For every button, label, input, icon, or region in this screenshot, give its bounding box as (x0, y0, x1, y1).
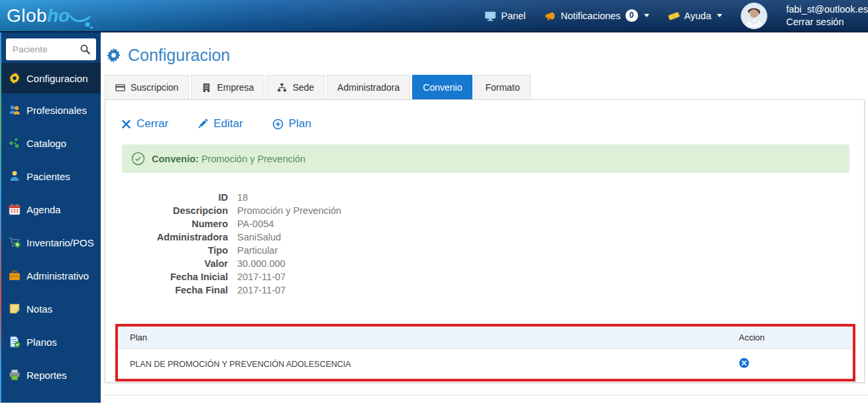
plan-cell: PLAN DE PROMOCIÓN Y PREVENCIÓN ADOLESCEN… (130, 360, 739, 369)
detail-label: Administradora (105, 230, 228, 244)
check-circle-icon (131, 152, 145, 166)
page-title: Configuracion (106, 46, 868, 65)
alert-text: Convenio: Promoción y Prevención (152, 154, 305, 164)
detail-row-fecha-inicial: Fecha Inicial 2017-11-07 (105, 270, 864, 283)
detail-row-id: ID 18 (105, 191, 864, 204)
patient-search-input[interactable] (6, 44, 74, 54)
detail-row-administradora: Administradora SaniSalud (105, 230, 864, 244)
help-label: Ayuda (684, 11, 712, 21)
briefcase-icon (9, 270, 21, 281)
detail-value: 30.000.000 (237, 257, 286, 270)
alert-title: Convenio: (152, 154, 199, 164)
sidebar-item-reportes[interactable]: Reportes (1, 358, 101, 391)
tab-suscripcion[interactable]: Suscripcion (105, 75, 189, 99)
patient-search-box (6, 38, 96, 60)
cerrar-button[interactable]: Cerrar (121, 117, 168, 130)
alert-value: Promoción y Prevención (201, 154, 305, 164)
logo-swoosh-icon (70, 15, 93, 29)
tab-formato[interactable]: Formato (474, 75, 530, 99)
detail-row-numero: Numero PA-0054 (105, 217, 864, 230)
plan-button[interactable]: Plan (272, 117, 311, 130)
footer-divider (104, 395, 868, 395)
tab-sede[interactable]: Sede (266, 75, 325, 99)
document-check-icon (9, 336, 21, 348)
panel-label: Panel (501, 11, 525, 21)
detail-value: 2017-11-07 (237, 283, 286, 297)
topbar-nav: Panel Notificaciones 0 Ayuda (484, 3, 868, 29)
sidebar-item-profesionales[interactable]: Profesionales (1, 93, 101, 127)
gear-icon (106, 48, 121, 63)
cart-plus-icon (9, 236, 21, 248)
column-header-plan: Plan (130, 332, 739, 342)
user-block: fabi_st@outlook.es Cerrar sesión (786, 3, 868, 28)
printer-icon (9, 369, 21, 381)
sidebar-item-administrativo[interactable]: Administrativo (1, 259, 101, 292)
logout-link[interactable]: Cerrar sesión (786, 16, 868, 28)
avatar[interactable] (741, 3, 767, 29)
sidebar-item-label: Notas (27, 303, 52, 315)
column-header-accion: Accion (739, 332, 853, 342)
chevron-down-icon (717, 14, 722, 17)
sidebar-item-planos[interactable]: Planos (1, 325, 101, 358)
plus-circle-icon (272, 119, 284, 130)
notifications-nav-item[interactable]: Notificaciones 0 (544, 9, 649, 22)
sidebar-item-pacientes[interactable]: Pacientes (1, 160, 101, 193)
highlighted-plan-table: Plan Accion PLAN DE PROMOCIÓN Y PREVENCI… (115, 324, 855, 382)
detail-value: Particular (237, 244, 278, 257)
monitor-icon (484, 10, 496, 22)
detail-label: Valor (105, 257, 228, 270)
table-row: PLAN DE PROMOCIÓN Y PREVENCIÓN ADOLESCEN… (118, 349, 853, 379)
app-logo[interactable]: Globho (7, 3, 93, 29)
tab-administradora[interactable]: Administradora (327, 75, 410, 99)
sidebar-item-catalogo[interactable]: Catalogo (1, 127, 101, 160)
notifications-badge: 0 (625, 9, 638, 22)
tab-bar: Suscripcion Empresa Sede Administradora … (105, 75, 868, 99)
detail-row-fecha-final: Fecha Final 2017-11-07 (105, 283, 864, 297)
editar-label: Editar (213, 117, 243, 130)
tab-convenio[interactable]: Convenio (412, 75, 472, 99)
ticket-icon (668, 10, 680, 22)
sidebar-item-inventario-pos[interactable]: Inventario/POS (1, 226, 101, 259)
search-icon (80, 44, 91, 55)
main-content: Configuracion Suscripcion Empresa Se (101, 32, 868, 408)
delete-plan-button[interactable] (739, 358, 749, 368)
horn-icon (544, 10, 556, 22)
sidebar-item-agenda[interactable]: Agenda (1, 193, 101, 226)
detail-value: 18 (237, 191, 248, 204)
people-icon (9, 104, 21, 116)
detail-value: Promoción y Prevención (237, 204, 341, 217)
sidebar-item-label: Reportes (27, 370, 67, 381)
panel-nav-item[interactable]: Panel (484, 10, 525, 22)
panel-actions: Cerrar Editar Plan (105, 100, 864, 130)
sidebar-item-label: Catalogo (27, 138, 66, 149)
tab-label: Formato (485, 82, 519, 93)
nodes-icon (9, 137, 21, 149)
sidebar-item-configuracion[interactable]: Configuracion (1, 63, 101, 93)
sidebar-nav: Configuracion Profesionales Catalogo (1, 63, 101, 391)
tab-label: Administradora (337, 82, 400, 93)
detail-row-tipo: Tipo Particular (105, 244, 864, 257)
help-nav-item[interactable]: Ayuda (668, 10, 723, 22)
logo-text-glob: Glob (7, 3, 47, 29)
tab-label: Empresa (217, 82, 254, 93)
user-email[interactable]: fabi_st@outlook.es (786, 3, 868, 16)
sidebar-item-label: Agenda (27, 204, 61, 215)
detail-value: SaniSalud (237, 230, 281, 244)
person-icon (9, 170, 21, 182)
gear-icon (9, 72, 21, 84)
sidebar-item-label: Inventario/POS (27, 237, 94, 248)
sidebar-item-label: Administrativo (27, 270, 89, 281)
search-button[interactable] (74, 38, 96, 60)
sidebar-item-notas[interactable]: Notas (1, 292, 101, 325)
table-header: Plan Accion (118, 327, 853, 349)
sidebar: Configuracion Profesionales Catalogo (1, 32, 101, 403)
detail-row-descripcion: Descripcion Promoción y Prevención (105, 204, 864, 217)
tab-empresa[interactable]: Empresa (191, 75, 264, 99)
detail-label: Fecha Final (105, 283, 228, 297)
tab-label: Sede (292, 82, 314, 93)
editar-button[interactable]: Editar (197, 117, 243, 130)
tab-label: Convenio (423, 82, 462, 93)
notifications-label: Notificaciones (561, 11, 620, 21)
chevron-down-icon (644, 14, 649, 17)
action-cell (739, 358, 853, 370)
